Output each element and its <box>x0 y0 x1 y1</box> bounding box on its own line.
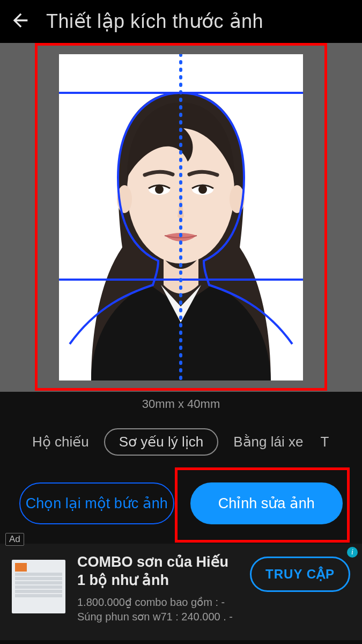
ad-info-icon[interactable]: i <box>347 547 358 558</box>
edit-photo-button[interactable]: Chỉnh sửa ảnh <box>190 482 343 524</box>
svg-point-6 <box>155 185 164 194</box>
ad-title: COMBO sơn của Hiếu 1 bộ như ảnh <box>77 553 238 590</box>
header: Thiết lập kích thước ảnh <box>0 0 362 43</box>
size-preset-tabs: Hộ chiếu Sơ yếu lý lịch Bằng lái xe T <box>0 421 362 471</box>
ad-badge: Ad <box>5 533 24 546</box>
tab-more[interactable]: T <box>318 429 329 455</box>
page-title: Thiết lập kích thước ảnh <box>46 10 263 33</box>
ad-body: COMBO sơn của Hiếu 1 bộ như ảnh 1.800.00… <box>77 553 238 625</box>
ad-description: 1.800.000₫ combo bao gồm : - Súng phun s… <box>77 595 238 625</box>
svg-point-7 <box>198 185 207 194</box>
tab-passport[interactable]: Hộ chiếu <box>30 429 91 455</box>
tab-driver-license[interactable]: Bằng lái xe <box>231 429 305 455</box>
ad-banner[interactable]: Ad i COMBO sơn của Hiếu 1 bộ như ảnh 1.8… <box>0 544 362 640</box>
photo-preview-area <box>0 43 362 392</box>
svg-point-2 <box>117 185 132 213</box>
reselect-photo-button[interactable]: Chọn lại một bức ảnh <box>19 482 174 524</box>
svg-point-3 <box>230 185 245 213</box>
photo-canvas[interactable] <box>59 54 303 380</box>
action-row: Chọn lại một bức ảnh Chỉnh sửa ảnh <box>0 471 362 544</box>
back-icon[interactable] <box>10 10 31 33</box>
ad-thumbnail <box>12 560 65 613</box>
dimensions-label: 30mm x 40mm <box>0 392 362 421</box>
photo-placeholder <box>59 54 303 380</box>
ad-cta-button[interactable]: TRUY CẬP <box>250 557 350 592</box>
tab-resume[interactable]: Sơ yếu lý lịch <box>104 428 219 456</box>
